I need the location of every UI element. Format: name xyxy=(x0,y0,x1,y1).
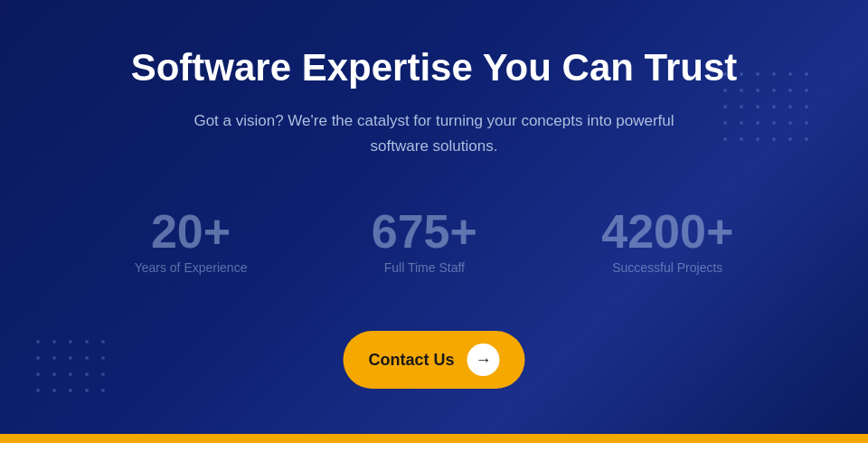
stats-section: 20+ Years of Experience 675+ Full Time S… xyxy=(0,208,868,275)
contact-us-label: Contact Us xyxy=(368,351,454,370)
stat-staff: 675+ Full Time Staff xyxy=(372,208,477,275)
stat-staff-number: 675+ xyxy=(372,208,477,255)
stat-projects-number: 4200+ xyxy=(601,208,733,255)
stat-experience-number: 20+ xyxy=(151,208,231,255)
arrow-icon: → xyxy=(467,344,500,376)
hero-section: Software Expertise You Can Trust Got a v… xyxy=(0,0,868,443)
page-title: Software Expertise You Can Trust xyxy=(131,45,738,90)
stat-staff-label: Full Time Staff xyxy=(384,260,465,275)
bottom-bar xyxy=(0,434,868,443)
stat-experience: 20+ Years of Experience xyxy=(135,208,248,275)
stat-projects: 4200+ Successful Projects xyxy=(601,208,733,275)
stat-projects-label: Successful Projects xyxy=(612,260,722,275)
page-subtitle: Got a vision? We're the catalyst for tur… xyxy=(181,108,687,157)
contact-us-button[interactable]: Contact Us → xyxy=(343,331,524,389)
dots-bottom-left xyxy=(36,340,110,398)
stat-experience-label: Years of Experience xyxy=(135,260,248,275)
